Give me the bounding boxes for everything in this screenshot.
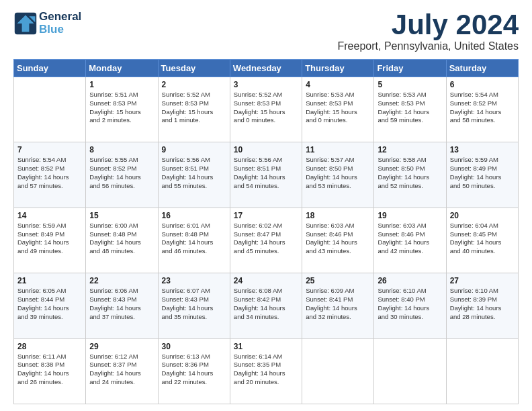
cell-info: Sunrise: 5:52 AM Sunset: 8:53 PM Dayligh… xyxy=(162,91,226,125)
cell-info: Sunrise: 6:12 AM Sunset: 8:37 PM Dayligh… xyxy=(89,353,154,387)
cell-info: Sunrise: 6:10 AM Sunset: 8:40 PM Dayligh… xyxy=(378,287,442,321)
cell-info: Sunrise: 6:00 AM Sunset: 8:48 PM Dayligh… xyxy=(89,222,154,256)
calendar-cell: 4Sunrise: 5:53 AM Sunset: 8:53 PM Daylig… xyxy=(302,77,374,142)
calendar-cell: 1Sunrise: 5:51 AM Sunset: 8:53 PM Daylig… xyxy=(86,77,158,142)
col-monday: Monday xyxy=(86,60,158,77)
calendar-cell: 22Sunrise: 6:06 AM Sunset: 8:43 PM Dayli… xyxy=(86,273,158,338)
calendar-cell: 16Sunrise: 6:01 AM Sunset: 8:48 PM Dayli… xyxy=(158,208,230,273)
day-number: 5 xyxy=(378,80,442,89)
day-number: 7 xyxy=(17,145,82,154)
cell-info: Sunrise: 5:54 AM Sunset: 8:52 PM Dayligh… xyxy=(17,156,82,190)
day-number: 8 xyxy=(89,145,154,154)
day-number: 17 xyxy=(234,211,298,220)
calendar-cell: 5Sunrise: 5:53 AM Sunset: 8:53 PM Daylig… xyxy=(374,77,446,142)
calendar-cell: 19Sunrise: 6:03 AM Sunset: 8:46 PM Dayli… xyxy=(374,208,446,273)
cell-info: Sunrise: 5:56 AM Sunset: 8:51 PM Dayligh… xyxy=(234,156,298,190)
day-number: 2 xyxy=(162,80,226,89)
logo-text-line1: General xyxy=(39,11,81,24)
calendar-cell: 24Sunrise: 6:08 AM Sunset: 8:42 PM Dayli… xyxy=(230,273,302,338)
cell-info: Sunrise: 6:06 AM Sunset: 8:43 PM Dayligh… xyxy=(89,287,154,321)
cell-info: Sunrise: 6:05 AM Sunset: 8:44 PM Dayligh… xyxy=(17,287,82,321)
cell-info: Sunrise: 5:57 AM Sunset: 8:50 PM Dayligh… xyxy=(306,156,370,190)
col-sunday: Sunday xyxy=(14,60,86,77)
day-number: 1 xyxy=(89,80,154,89)
calendar-cell: 17Sunrise: 6:02 AM Sunset: 8:47 PM Dayli… xyxy=(230,208,302,273)
calendar-cell: 30Sunrise: 6:13 AM Sunset: 8:36 PM Dayli… xyxy=(158,338,230,404)
cell-info: Sunrise: 5:53 AM Sunset: 8:53 PM Dayligh… xyxy=(378,91,442,125)
calendar-cell: 27Sunrise: 6:10 AM Sunset: 8:39 PM Dayli… xyxy=(446,273,518,338)
day-number: 25 xyxy=(306,276,370,285)
cell-info: Sunrise: 6:03 AM Sunset: 8:46 PM Dayligh… xyxy=(306,222,370,256)
calendar-cell: 15Sunrise: 6:00 AM Sunset: 8:48 PM Dayli… xyxy=(86,208,158,273)
calendar-cell: 21Sunrise: 6:05 AM Sunset: 8:44 PM Dayli… xyxy=(14,273,86,338)
calendar-header-row: Sunday Monday Tuesday Wednesday Thursday… xyxy=(14,60,519,77)
logo-icon xyxy=(13,11,38,36)
col-tuesday: Tuesday xyxy=(158,60,230,77)
calendar-cell: 11Sunrise: 5:57 AM Sunset: 8:50 PM Dayli… xyxy=(302,142,374,208)
day-number: 9 xyxy=(162,145,226,154)
day-number: 28 xyxy=(17,342,82,351)
cell-info: Sunrise: 6:09 AM Sunset: 8:41 PM Dayligh… xyxy=(306,287,370,321)
calendar-cell: 28Sunrise: 6:11 AM Sunset: 8:38 PM Dayli… xyxy=(14,338,86,404)
calendar-table: Sunday Monday Tuesday Wednesday Thursday… xyxy=(13,59,519,404)
day-number: 16 xyxy=(162,211,226,220)
calendar-title: July 2024 xyxy=(338,11,519,39)
calendar-cell xyxy=(446,338,518,404)
calendar-cell: 25Sunrise: 6:09 AM Sunset: 8:41 PM Dayli… xyxy=(302,273,374,338)
header: General Blue July 2024 Freeport, Pennsyl… xyxy=(13,11,519,52)
calendar-cell: 9Sunrise: 5:56 AM Sunset: 8:51 PM Daylig… xyxy=(158,142,230,208)
day-number: 11 xyxy=(306,145,370,154)
cell-info: Sunrise: 5:53 AM Sunset: 8:53 PM Dayligh… xyxy=(306,91,370,125)
cell-info: Sunrise: 5:55 AM Sunset: 8:52 PM Dayligh… xyxy=(89,156,154,190)
calendar-cell: 26Sunrise: 6:10 AM Sunset: 8:40 PM Dayli… xyxy=(374,273,446,338)
cell-info: Sunrise: 6:10 AM Sunset: 8:39 PM Dayligh… xyxy=(450,287,515,321)
calendar-week-3: 14Sunrise: 5:59 AM Sunset: 8:49 PM Dayli… xyxy=(14,208,519,273)
calendar-cell xyxy=(302,338,374,404)
cell-info: Sunrise: 6:07 AM Sunset: 8:43 PM Dayligh… xyxy=(162,287,226,321)
day-number: 20 xyxy=(450,211,515,220)
calendar-cell: 7Sunrise: 5:54 AM Sunset: 8:52 PM Daylig… xyxy=(14,142,86,208)
cell-info: Sunrise: 6:08 AM Sunset: 8:42 PM Dayligh… xyxy=(234,287,298,321)
day-number: 15 xyxy=(89,211,154,220)
calendar-cell: 14Sunrise: 5:59 AM Sunset: 8:49 PM Dayli… xyxy=(14,208,86,273)
day-number: 26 xyxy=(378,276,442,285)
day-number: 31 xyxy=(234,342,298,351)
day-number: 14 xyxy=(17,211,82,220)
calendar-cell: 2Sunrise: 5:52 AM Sunset: 8:53 PM Daylig… xyxy=(158,77,230,142)
calendar-cell: 20Sunrise: 6:04 AM Sunset: 8:45 PM Dayli… xyxy=(446,208,518,273)
logo-text-line2: Blue xyxy=(39,24,81,36)
calendar-cell xyxy=(14,77,86,142)
day-number: 24 xyxy=(234,276,298,285)
logo: General Blue xyxy=(13,11,81,36)
cell-info: Sunrise: 6:03 AM Sunset: 8:46 PM Dayligh… xyxy=(378,222,442,256)
calendar-week-1: 1Sunrise: 5:51 AM Sunset: 8:53 PM Daylig… xyxy=(14,77,519,142)
day-number: 13 xyxy=(450,145,515,154)
calendar-week-5: 28Sunrise: 6:11 AM Sunset: 8:38 PM Dayli… xyxy=(14,338,519,404)
cell-info: Sunrise: 5:58 AM Sunset: 8:50 PM Dayligh… xyxy=(378,156,442,190)
cell-info: Sunrise: 5:52 AM Sunset: 8:53 PM Dayligh… xyxy=(234,91,298,125)
day-number: 21 xyxy=(17,276,82,285)
cell-info: Sunrise: 5:59 AM Sunset: 8:49 PM Dayligh… xyxy=(17,222,82,256)
cell-info: Sunrise: 5:51 AM Sunset: 8:53 PM Dayligh… xyxy=(89,91,154,125)
day-number: 12 xyxy=(378,145,442,154)
cell-info: Sunrise: 6:14 AM Sunset: 8:35 PM Dayligh… xyxy=(234,353,298,387)
calendar-cell: 8Sunrise: 5:55 AM Sunset: 8:52 PM Daylig… xyxy=(86,142,158,208)
calendar-cell: 10Sunrise: 5:56 AM Sunset: 8:51 PM Dayli… xyxy=(230,142,302,208)
col-friday: Friday xyxy=(374,60,446,77)
cell-info: Sunrise: 5:59 AM Sunset: 8:49 PM Dayligh… xyxy=(450,156,515,190)
day-number: 30 xyxy=(162,342,226,351)
calendar-cell: 3Sunrise: 5:52 AM Sunset: 8:53 PM Daylig… xyxy=(230,77,302,142)
day-number: 23 xyxy=(162,276,226,285)
calendar-week-4: 21Sunrise: 6:05 AM Sunset: 8:44 PM Dayli… xyxy=(14,273,519,338)
calendar-cell: 12Sunrise: 5:58 AM Sunset: 8:50 PM Dayli… xyxy=(374,142,446,208)
cell-info: Sunrise: 6:02 AM Sunset: 8:47 PM Dayligh… xyxy=(234,222,298,256)
day-number: 29 xyxy=(89,342,154,351)
col-thursday: Thursday xyxy=(302,60,374,77)
day-number: 22 xyxy=(89,276,154,285)
calendar-week-2: 7Sunrise: 5:54 AM Sunset: 8:52 PM Daylig… xyxy=(14,142,519,208)
day-number: 4 xyxy=(306,80,370,89)
calendar-cell: 23Sunrise: 6:07 AM Sunset: 8:43 PM Dayli… xyxy=(158,273,230,338)
col-saturday: Saturday xyxy=(446,60,518,77)
cell-info: Sunrise: 5:54 AM Sunset: 8:52 PM Dayligh… xyxy=(450,91,515,125)
cell-info: Sunrise: 6:13 AM Sunset: 8:36 PM Dayligh… xyxy=(162,353,226,387)
